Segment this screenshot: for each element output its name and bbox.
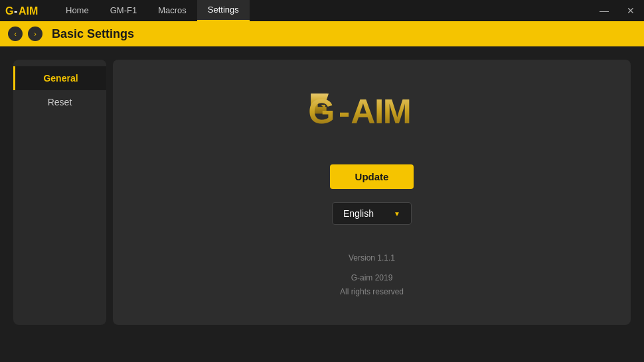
title-bar: G - AIM Home GM-F1 Macros Settings — ✕ (0, 0, 644, 21)
chevron-left-button[interactable]: ‹ (8, 27, 23, 41)
nav-macros[interactable]: Macros (147, 0, 197, 21)
sidebar-item-general[interactable]: General (13, 66, 106, 90)
logo-area: G - AIM (5, 4, 42, 17)
svg-text:G: G (308, 92, 334, 131)
main-content: General Reset G - (0, 46, 644, 362)
svg-text:G: G (5, 5, 13, 17)
company-label: G-aim 2019 (340, 271, 404, 286)
nav-home[interactable]: Home (55, 0, 100, 21)
gaim-logo: G - AIM (305, 85, 438, 141)
nav-gmf1[interactable]: GM-F1 (100, 0, 147, 21)
version-label: Version 1.1.1 (340, 251, 404, 266)
logo-icon: G - AIM (5, 4, 42, 17)
language-dropdown[interactable]: English ▼ (332, 202, 412, 225)
svg-text:-: - (14, 5, 17, 17)
version-info: Version 1.1.1 G-aim 2019 All rights rese… (340, 251, 404, 300)
chevron-right-button[interactable]: › (28, 27, 42, 41)
title-bar-right: — ✕ (591, 0, 644, 21)
content-panel: G - AIM Update English ▼ Version 1.1.1 G… (113, 60, 631, 325)
minimize-button[interactable]: — (591, 0, 617, 21)
page-title: Basic Settings (52, 27, 134, 41)
nav-settings[interactable]: Settings (197, 0, 250, 21)
update-button[interactable]: Update (330, 164, 414, 189)
svg-text:AIM: AIM (351, 92, 410, 131)
language-label: English (343, 208, 374, 219)
svg-text:AIM: AIM (19, 5, 38, 17)
rights-label: All rights reserved (340, 285, 404, 300)
gaim-logo-svg: G - AIM (305, 85, 438, 138)
sidebar: General Reset (13, 60, 106, 325)
svg-text:-: - (339, 92, 350, 131)
dropdown-arrow-icon: ▼ (394, 210, 400, 217)
title-bar-left: G - AIM Home GM-F1 Macros Settings (5, 0, 250, 21)
header-bar: ‹ › Basic Settings (0, 21, 644, 46)
sidebar-item-reset[interactable]: Reset (13, 90, 106, 114)
close-button[interactable]: ✕ (617, 0, 644, 21)
